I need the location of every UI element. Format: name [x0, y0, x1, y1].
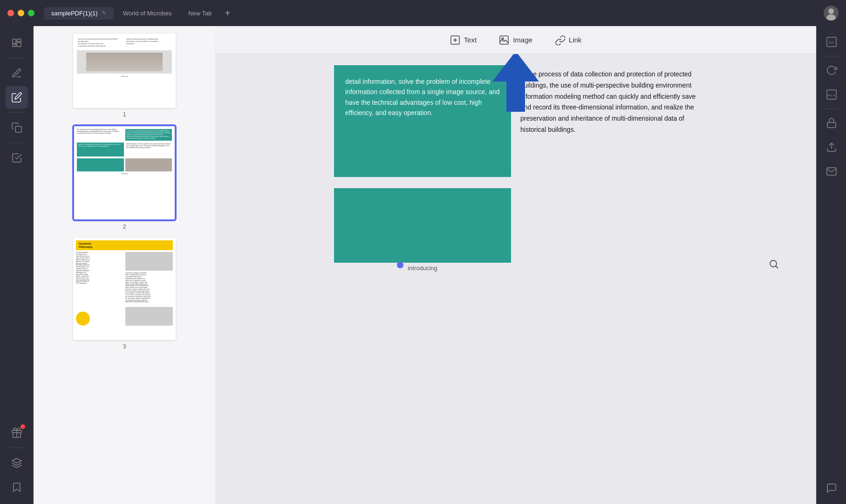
svg-text:PDF/A: PDF/A — [827, 94, 835, 97]
comment-section — [821, 478, 842, 498]
svg-line-15 — [776, 266, 778, 268]
link-icon — [555, 35, 565, 45]
svg-text:OCR: OCR — [829, 41, 834, 44]
search-icon — [769, 259, 779, 269]
tab-pdf[interactable]: samplePDF(1)(1) ✎ — [44, 7, 114, 20]
svg-rect-38 — [827, 123, 836, 128]
notification-dot — [20, 424, 25, 429]
sidebar-divider-1 — [9, 58, 24, 58]
search-button[interactable] — [769, 259, 779, 271]
right-divider-2 — [824, 109, 839, 109]
ocr-button[interactable]: OCR — [821, 32, 842, 52]
thumbnail-page-1[interactable]: carried out and architectural and enviro… — [73, 34, 176, 118]
window-controls — [7, 10, 34, 16]
svg-point-1 — [826, 14, 836, 20]
left-sidebar — [0, 26, 34, 504]
svg-point-14 — [770, 260, 777, 267]
text-button[interactable]: Text — [439, 31, 488, 49]
tab-newtab-label: New Tab — [188, 10, 212, 17]
svg-rect-4 — [17, 39, 21, 41]
svg-marker-9 — [12, 458, 21, 463]
sidebar-item-gift[interactable] — [6, 422, 28, 444]
thumb-card-1[interactable]: carried out and architectural and enviro… — [73, 34, 176, 108]
minimize-window-button[interactable] — [18, 10, 24, 16]
sidebar-item-annotate[interactable] — [6, 86, 28, 109]
close-window-button[interactable] — [7, 10, 14, 16]
maximize-window-button[interactable] — [28, 10, 34, 16]
pdfa-button[interactable]: PDF/A — [821, 84, 842, 105]
tab-microbes[interactable]: World of Microbes — [116, 7, 179, 20]
sidebar-divider-2 — [9, 112, 24, 113]
thumb-label-2: 2 — [123, 223, 126, 230]
introducing-label: introducing — [334, 265, 511, 272]
thumbnail-page-2[interactable]: The practical results show that through … — [73, 125, 176, 230]
right-text: In the process of data collection and pr… — [520, 65, 697, 139]
pdf-page-2: detail information, solve the problem of… — [334, 65, 697, 493]
thumb-label-3: 3 — [123, 343, 126, 350]
main-layout: carried out and architectural and enviro… — [0, 26, 846, 504]
image-icon — [499, 35, 509, 45]
thumb-card-2[interactable]: The practical results show that through … — [73, 125, 176, 220]
sidebar-divider-4 — [9, 448, 24, 448]
svg-rect-12 — [500, 36, 508, 44]
thumbnail-page-3[interactable]: GeometricPhilosophy The specify point of… — [73, 238, 176, 350]
teal-box-container: detail information, solve the problem of… — [334, 65, 511, 177]
protect-button[interactable] — [821, 113, 842, 133]
bottom-content: introducing — [334, 188, 511, 272]
tab-newtab[interactable]: New Tab — [181, 7, 219, 20]
svg-point-0 — [828, 8, 834, 14]
mail-button[interactable] — [821, 161, 842, 182]
image-button[interactable]: Image — [488, 31, 544, 49]
comment-button[interactable] — [821, 478, 842, 498]
page-top-section: detail information, solve the problem of… — [334, 65, 697, 177]
thumb-label-1: 1 — [123, 111, 126, 118]
right-sidebar: OCR PDF/A — [816, 26, 846, 504]
sidebar-item-bookmark[interactable] — [6, 476, 28, 498]
tab-pdf-label: samplePDF(1)(1) — [51, 10, 98, 17]
share-button[interactable] — [821, 137, 842, 157]
right-divider-1 — [824, 56, 839, 56]
sidebar-item-layers[interactable] — [6, 452, 28, 474]
teal-box: detail information, solve the problem of… — [334, 65, 511, 177]
thumb-card-3[interactable]: GeometricPhilosophy The specify point of… — [73, 238, 176, 340]
image-button-label: Image — [513, 36, 532, 44]
text-icon — [450, 35, 460, 45]
scroll-indicator — [397, 262, 403, 268]
sidebar-bottom — [6, 422, 28, 498]
svg-rect-2 — [13, 39, 16, 43]
thumbnail-panel[interactable]: carried out and architectural and enviro… — [34, 26, 215, 504]
refresh-button[interactable] — [821, 60, 842, 81]
tab-edit-icon: ✎ — [102, 10, 106, 16]
svg-rect-6 — [15, 126, 21, 132]
link-button-label: Link — [569, 36, 582, 44]
sidebar-item-form[interactable] — [6, 147, 28, 169]
sidebar-divider-3 — [9, 143, 24, 143]
title-bar: samplePDF(1)(1) ✎ World of Microbes New … — [0, 0, 846, 26]
svg-rect-3 — [13, 44, 16, 47]
content-toolbar: Text Image Link — [215, 26, 816, 54]
avatar — [824, 6, 839, 20]
teal-box-text: detail information, solve the problem of… — [345, 78, 500, 116]
sidebar-item-edit[interactable] — [6, 62, 28, 84]
page-bottom-section: introducing — [334, 188, 697, 272]
svg-rect-5 — [17, 42, 21, 47]
sidebar-item-pages[interactable] — [6, 32, 28, 54]
text-button-label: Text — [464, 36, 477, 44]
tab-microbes-label: World of Microbes — [123, 10, 172, 17]
tabs-area: samplePDF(1)(1) ✎ World of Microbes New … — [44, 6, 839, 20]
bottom-teal-box — [334, 188, 511, 263]
add-tab-button[interactable]: + — [221, 7, 234, 20]
main-content: Text Image Link — [215, 26, 816, 504]
sidebar-item-copy[interactable] — [6, 116, 28, 139]
link-button[interactable]: Link — [544, 31, 593, 49]
pdf-scroll-area[interactable]: detail information, solve the problem of… — [215, 54, 816, 504]
